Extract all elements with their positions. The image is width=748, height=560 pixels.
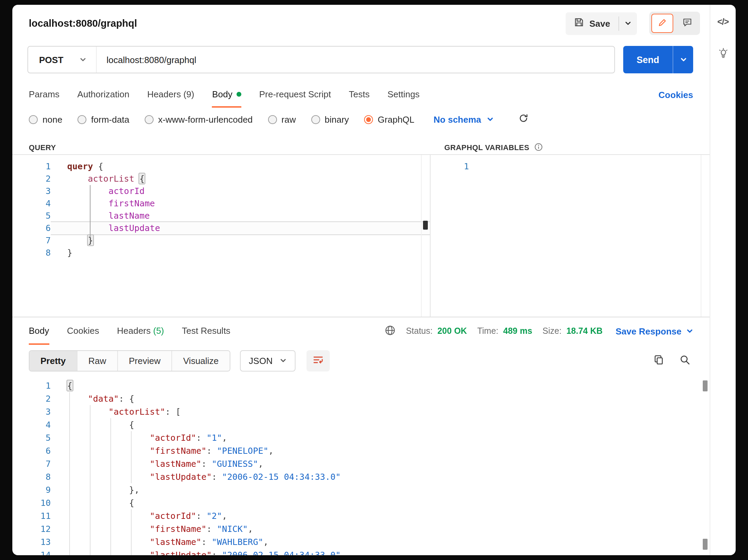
tab-label: Body: [29, 325, 49, 336]
code-token: ,: [268, 446, 274, 456]
code-token: "actorId": [150, 511, 196, 521]
code-token: [67, 210, 108, 221]
format-selector[interactable]: JSON: [240, 350, 295, 371]
save-response-button[interactable]: Save Response: [616, 326, 693, 336]
tab-label: Headers: [117, 325, 150, 336]
save-response-label: Save Response: [616, 326, 681, 336]
code-line: 1: [431, 160, 710, 173]
line-number: 14: [12, 548, 51, 555]
variables-scrollbar[interactable]: [701, 155, 710, 317]
status-value: 200 OK: [437, 326, 467, 336]
request-tab-body[interactable]: Body: [212, 82, 241, 108]
edit-button[interactable]: [651, 14, 673, 33]
line-number: 6: [12, 222, 51, 234]
save-button-group: Save: [565, 12, 637, 35]
code-token: {: [67, 419, 134, 430]
save-options-button[interactable]: [619, 12, 637, 35]
line-number: 4: [12, 197, 51, 210]
view-tab-raw[interactable]: Raw: [77, 351, 118, 370]
code-token: :: [206, 524, 217, 534]
view-tab-visualize[interactable]: Visualize: [172, 351, 230, 370]
response-scrollbar-thumb[interactable]: [703, 380, 708, 391]
app-window: localhost:8080/graphql Save: [12, 5, 736, 555]
save-button[interactable]: Save: [565, 12, 618, 35]
code-token: "1": [206, 433, 222, 443]
tab-label: Headers: [147, 89, 181, 99]
body-type-form-data[interactable]: form-data: [77, 114, 129, 124]
code-token: [67, 472, 150, 482]
request-tab-settings[interactable]: Settings: [387, 82, 420, 108]
code-token: lastName: [108, 210, 149, 221]
line-number: 3: [12, 185, 51, 197]
save-icon: [574, 17, 584, 29]
search-button[interactable]: [677, 351, 693, 370]
response-view-tabs: PrettyRawPreviewVisualize: [29, 350, 230, 371]
query-scrollbar[interactable]: [421, 155, 430, 317]
body-type-none[interactable]: none: [29, 114, 62, 124]
code-token: "lastUpdate": [150, 550, 212, 555]
comments-button[interactable]: [676, 14, 698, 33]
view-tab-pretty[interactable]: Pretty: [29, 351, 77, 370]
code-text: lastName: [51, 210, 430, 222]
indent-guide: [90, 405, 91, 555]
method-selector[interactable]: POST: [28, 47, 97, 73]
code-token: query: [67, 161, 93, 171]
schema-selector[interactable]: No schema: [434, 114, 494, 124]
body-type-x-www-form-urlencoded[interactable]: x-www-form-urlencoded: [144, 114, 253, 124]
body-type-graphql[interactable]: GraphQL: [364, 114, 414, 124]
code-text: "lastUpdate": "2006-02-15 04:34:33.0": [51, 470, 710, 483]
code-token: ,: [248, 524, 253, 534]
send-button[interactable]: Send: [623, 46, 673, 73]
method-label: POST: [39, 54, 63, 65]
code-token: :: [201, 459, 212, 469]
request-tab-headers[interactable]: Headers (9): [147, 82, 194, 108]
line-number: 8: [12, 247, 51, 259]
view-tab-preview[interactable]: Preview: [118, 351, 172, 370]
body-type-binary[interactable]: binary: [311, 114, 349, 124]
query-editor[interactable]: 1query {2 actorList {3 actorId4 firstNam…: [12, 154, 431, 317]
wrap-lines-button[interactable]: [306, 350, 329, 371]
scrollbar-thumb[interactable]: [423, 221, 428, 230]
send-options-button[interactable]: [673, 46, 693, 73]
code-token: : [: [165, 406, 181, 417]
copy-button[interactable]: [651, 351, 667, 370]
response-tab-cookies[interactable]: Cookies: [67, 317, 99, 345]
refresh-schema-button[interactable]: [517, 112, 530, 127]
request-tab-params[interactable]: Params: [29, 82, 60, 108]
code-token: [67, 537, 150, 547]
code-token: "lastName": [150, 537, 202, 547]
tab-label: Tests: [349, 89, 370, 99]
url-input[interactable]: [97, 54, 614, 65]
code-line: 9 },: [12, 483, 710, 496]
response-tab-test-results[interactable]: Test Results: [182, 317, 231, 345]
code-text: },: [51, 483, 710, 496]
request-tab-authorization[interactable]: Authorization: [77, 82, 130, 108]
response-body[interactable]: 1{2 "data": {3 "actorList": [4 {5 "actor…: [12, 376, 710, 555]
response-section: BodyCookiesHeaders (5)Test Results Statu…: [12, 317, 710, 555]
line-number: 3: [12, 405, 51, 418]
time-label: Time:: [477, 326, 498, 336]
variables-editor[interactable]: 1: [431, 154, 710, 317]
request-tab-pre-request-script[interactable]: Pre-request Script: [259, 82, 331, 108]
code-token: "actorList": [108, 406, 165, 417]
variables-code: 1: [431, 155, 710, 173]
cookies-link[interactable]: Cookies: [659, 89, 693, 100]
tab-label: Settings: [387, 89, 420, 99]
lightbulb-button[interactable]: [717, 47, 729, 62]
code-token: [67, 524, 150, 534]
line-number: 13: [12, 535, 51, 548]
topbar-actions: Save: [565, 12, 700, 35]
code-text: "actorId": "2",: [51, 509, 710, 522]
code-token: }: [67, 247, 72, 258]
response-tab-body[interactable]: Body: [29, 317, 49, 345]
code-text: {: [51, 496, 710, 509]
code-token: [67, 459, 150, 469]
code-line: 6 lastUpdate: [12, 222, 430, 234]
chevron-down-icon: [80, 54, 87, 65]
body-type-raw[interactable]: raw: [268, 114, 296, 124]
response-scrollbar-thumb[interactable]: [703, 539, 708, 550]
code-snippet-button[interactable]: </>: [717, 17, 728, 27]
code-token: [67, 446, 150, 456]
response-tab-headers[interactable]: Headers (5): [117, 317, 164, 345]
request-tab-tests[interactable]: Tests: [349, 82, 370, 108]
